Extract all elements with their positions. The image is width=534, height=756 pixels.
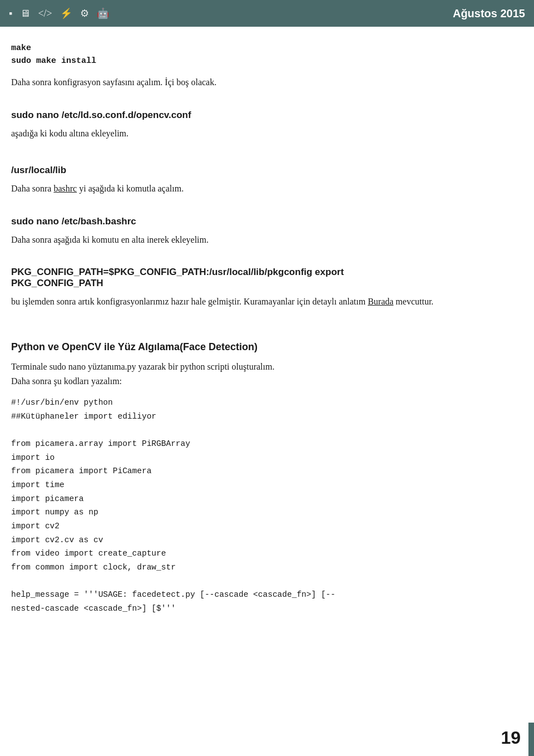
heading-opencv-conf: sudo nano /etc/ld.so.conf.d/opencv.conf <box>11 110 523 121</box>
code-line-13: from common import clock, draw_str <box>11 561 523 575</box>
code-line-12: from video import create_capture <box>11 547 523 561</box>
code-line-6: from picamera import PiCamera <box>11 464 523 478</box>
gear-icon: ⚙ <box>80 7 89 19</box>
bashrc-underline: bashrc <box>53 184 77 193</box>
code-line-16: nested-cascade <cascade_fn>] [$''' <box>11 602 523 616</box>
code-line-15: help_message = '''USAGE: facedetect.py [… <box>11 588 523 602</box>
prose-4: Daha sonra aşağıda ki komutu en alta ine… <box>11 233 523 247</box>
main-content: makesudo make install Daha sonra konfigr… <box>0 27 534 656</box>
heading-usr-local-lib: /usr/local/lib <box>11 165 523 176</box>
section-title-face-detection: Python ve OpenCV ile Yüz Algılama(Face D… <box>11 341 523 353</box>
header-title: Ağustos 2015 <box>453 7 525 20</box>
prose-6: Terminale sudo nano yüztanıma.py yazarak… <box>11 360 523 388</box>
heading-bash-bashrc: sudo nano /etc/bash.bashrc <box>11 216 523 227</box>
code-line-1: #!/usr/bin/env python <box>11 396 523 410</box>
lightning-icon: ⚡ <box>60 7 72 19</box>
header-bar: ▪ 🖥 </> ⚡ ⚙ 🤖 Ağustos 2015 <box>0 0 534 27</box>
code-line-10: import cv2 <box>11 519 523 533</box>
code-line-7: import time <box>11 478 523 492</box>
square-icon: ▪ <box>9 8 12 19</box>
monitor-icon: 🖥 <box>20 8 30 19</box>
header-icons: ▪ 🖥 </> ⚡ ⚙ 🤖 <box>9 7 109 19</box>
prose-2: aşadığa ki kodu altına ekleyelim. <box>11 126 523 141</box>
code-line-5: import io <box>11 451 523 465</box>
code-line-14 <box>11 574 523 588</box>
code-line-3 <box>11 423 523 437</box>
right-accent-bar <box>528 723 534 756</box>
prose-5: bu işlemden sonra artık konfigrasyonları… <box>11 294 523 309</box>
code-make: makesudo make install <box>11 42 523 67</box>
code-line-9: import numpy as np <box>11 505 523 519</box>
prose-3: Daha sonra bashrc yi aşağıda ki komutla … <box>11 181 523 196</box>
code-line-4: from picamera.array import PiRGBArray <box>11 437 523 451</box>
code-icon: </> <box>38 8 52 19</box>
code-line-2: ##Kütüphaneler import ediliyor <box>11 410 523 424</box>
page-number: 19 <box>501 728 521 748</box>
code-line-11: import cv2.cv as cv <box>11 533 523 547</box>
code-line-8: import picamera <box>11 492 523 506</box>
prose-1: Daha sonra konfigrasyon sayfasını açalım… <box>11 75 523 90</box>
heading-pkg-config: PKG_CONFIG_PATH=$PKG_CONFIG_PATH:/usr/lo… <box>11 267 523 289</box>
burada-link[interactable]: Burada <box>368 297 393 306</box>
robot-icon: 🤖 <box>97 7 109 19</box>
code-section: #!/usr/bin/env python ##Kütüphaneler imp… <box>11 396 523 615</box>
